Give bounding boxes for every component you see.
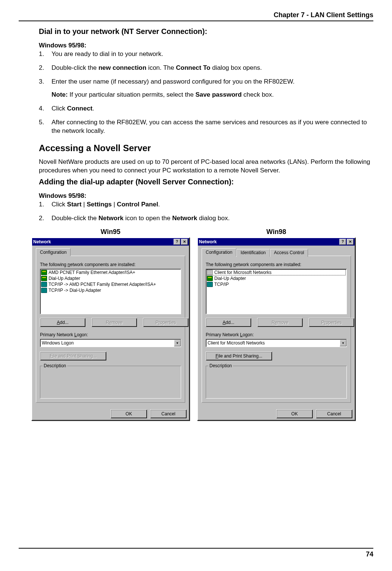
a2-a: Double-click the — [52, 215, 99, 222]
components-list-win98[interactable]: Client for Microsoft Networks Dial-Up Ad… — [206, 269, 347, 314]
cancel-button-win95[interactable]: Cancel — [150, 409, 187, 418]
list-item-text: TCP/IP -> Dial-Up Adapter — [49, 288, 101, 293]
cl-u-95: n — [68, 262, 70, 267]
description-group-win95: Description — [40, 366, 181, 399]
list-item[interactable]: Client for Microsoft Networks — [207, 269, 346, 275]
prop-pre: P — [156, 320, 159, 325]
list-item[interactable]: AMD PCNET Family Ethernet Adapter/ISA+ — [41, 269, 180, 275]
adapter-icon — [207, 276, 213, 281]
list-item-text: Dial-Up Adapter — [49, 276, 80, 281]
prop-post-98: operties — [326, 320, 342, 325]
step-5: After connecting to the RF802EW, you can… — [39, 118, 373, 135]
list-item-text: Dial-Up Adapter — [214, 276, 246, 281]
description-group-win98: Description — [206, 366, 347, 399]
note-text-c: check box. — [242, 91, 274, 98]
note-label: Note: — [52, 91, 68, 98]
description-label-win98: Description — [208, 363, 233, 368]
primary-logon-label-win95: Primary Network Logon: — [40, 332, 181, 337]
description-label-win95: Description — [43, 363, 67, 368]
rem-post: move — [112, 320, 122, 325]
step-2-bold-new-connection: new connection — [99, 64, 146, 71]
ok-button-win95[interactable]: OK — [111, 409, 147, 418]
caption-win95: Win95 — [101, 228, 121, 236]
titlebar-win95[interactable]: Network ? ✕ — [32, 238, 189, 246]
list-item[interactable]: Dial-Up Adapter — [41, 275, 180, 281]
page-number: 74 — [366, 550, 373, 558]
tab-configuration-win98[interactable]: Configuration — [202, 248, 236, 256]
list-item-text: Client for Microsoft Networks — [214, 270, 271, 275]
a1-control-panel: Control Panel — [117, 201, 158, 208]
a2-network2: Network — [172, 215, 197, 222]
help-icon[interactable]: ? — [339, 239, 346, 245]
components-label-win95: The following network components are ins… — [40, 262, 181, 267]
ok-button-win98[interactable]: OK — [276, 409, 313, 418]
add-post-98: dd... — [225, 320, 234, 325]
list-item[interactable]: TCP/IP -> Dial-Up Adapter — [41, 287, 180, 293]
add-post: dd... — [60, 320, 68, 325]
rem-pre: R — [106, 320, 109, 325]
add-button-win98[interactable]: Add... — [206, 318, 251, 327]
rem-u: e — [109, 320, 112, 325]
primary-logon-dropdown-win95[interactable]: Windows Logon ▼ — [40, 339, 181, 347]
components-list-win95[interactable]: AMD PCNET Family Ethernet Adapter/ISA+ D… — [40, 269, 181, 314]
remove-button-win98[interactable]: Remove — [257, 318, 303, 327]
cl-u-98: n — [233, 262, 236, 267]
fp-u-98: F — [215, 353, 218, 359]
list-item[interactable]: Dial-Up Adapter — [207, 275, 346, 281]
close-icon[interactable]: ✕ — [347, 239, 354, 245]
a1-settings: Settings — [87, 201, 112, 208]
a2-c: icon to open the — [124, 215, 172, 222]
adapter-steps: Click Start | Settings | Control Panel. … — [39, 200, 373, 223]
protocol-icon — [41, 288, 47, 293]
prop-post: operties — [160, 320, 176, 325]
properties-button-win95[interactable]: Properties — [143, 318, 189, 327]
titlebar-win98[interactable]: Network ? ✕ — [198, 238, 355, 246]
add-button-win95[interactable]: Add... — [40, 318, 85, 327]
pl-post-95: ogon: — [77, 332, 88, 337]
chevron-down-icon[interactable]: ▼ — [174, 340, 181, 346]
chapter-header: Chapter 7 - LAN Client Settings — [19, 11, 373, 21]
pl-u-95: L — [74, 332, 77, 337]
a2-network1: Network — [99, 215, 124, 222]
step-3-text: Enter the user name (if necessary) and p… — [52, 78, 295, 85]
file-print-sharing-button-win95[interactable]: File and Print Sharing... — [40, 352, 106, 361]
novell-paragraph: Novell NetWare products are used on up t… — [39, 158, 373, 175]
dial-in-steps: You are ready to dial in to your network… — [39, 50, 373, 135]
cl-post-98: etwork components are installed: — [236, 262, 301, 267]
adapter-icon — [41, 270, 47, 275]
step-2-text-a: Double-click the — [52, 64, 99, 71]
pl-post-98: ogon: — [243, 332, 254, 337]
list-item[interactable]: TCP/IP -> AMD PCNET Family Ethernet Adap… — [41, 281, 180, 287]
a2-e: dialog box. — [197, 215, 230, 222]
a1-start: Start — [67, 201, 82, 208]
step-2-text-c: icon. The — [146, 64, 176, 71]
list-item[interactable]: TCP/IP — [207, 281, 346, 287]
step-2-bold-connect-to: Connect To — [176, 64, 210, 71]
a1-pipe1: | — [81, 201, 87, 208]
help-icon[interactable]: ? — [174, 239, 180, 245]
cl-pre-95: The following — [40, 262, 68, 267]
network-dialog-win98: Network ? ✕ Configuration Identification… — [197, 237, 355, 421]
step-2-text-e: dialog box opens. — [210, 64, 262, 71]
primary-logon-label-win98: Primary Network Logon: — [206, 332, 347, 337]
protocol-icon — [207, 282, 213, 287]
remove-button-win95[interactable]: Remove — [91, 318, 137, 327]
tab-access-control-win98[interactable]: Access Control — [270, 249, 308, 257]
adapter-step-2: Double-click the Network icon to open th… — [39, 214, 373, 223]
a1-a: Click — [52, 201, 67, 208]
properties-button-win98[interactable]: Properties — [309, 318, 354, 327]
components-label-win98: The following network components are ins… — [206, 262, 347, 267]
file-print-sharing-button-win98[interactable]: File and Print Sharing... — [206, 352, 272, 361]
fp-post-95: ile and Print Sharing... — [53, 353, 97, 359]
close-icon[interactable]: ✕ — [181, 239, 188, 245]
tab-configuration-win95[interactable]: Configuration — [36, 248, 71, 256]
primary-logon-value-win95: Windows Logon — [42, 340, 174, 346]
os-label-win9598-1: Windows 95/98: — [39, 42, 373, 49]
note-text-a: If your particular situation permits, se… — [68, 91, 195, 98]
primary-logon-dropdown-win98[interactable]: Client for Microsoft Networks ▼ — [206, 339, 347, 347]
tab-identification-win98[interactable]: Identification — [236, 249, 270, 257]
cancel-button-win98[interactable]: Cancel — [316, 409, 352, 418]
chevron-down-icon[interactable]: ▼ — [340, 340, 346, 346]
list-item-text: TCP/IP -> AMD PCNET Family Ethernet Adap… — [49, 282, 156, 287]
list-item-text: AMD PCNET Family Ethernet Adapter/ISA+ — [49, 270, 135, 275]
